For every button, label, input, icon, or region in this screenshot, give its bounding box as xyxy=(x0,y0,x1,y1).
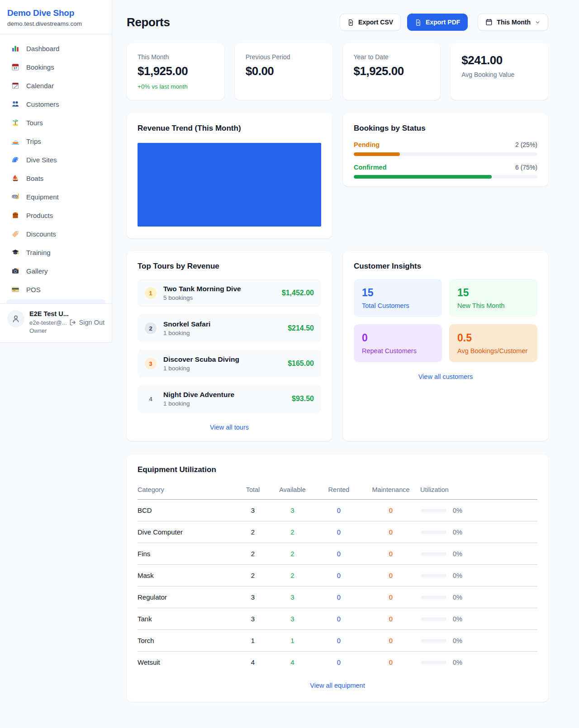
cell-maintenance: 0 xyxy=(361,565,420,586)
utilization-track xyxy=(421,661,446,664)
sidebar-item-trips[interactable]: Trips xyxy=(5,132,106,150)
stat-cards: This Month $1,925.00 +0% vs last month P… xyxy=(127,43,548,100)
sidebar-item-dive-sites[interactable]: Dive Sites xyxy=(5,151,106,168)
revenue-trend-card: Revenue Trend (This Month) xyxy=(127,113,332,238)
utilization-track xyxy=(421,574,446,577)
user-icon xyxy=(11,314,20,323)
pos-icon xyxy=(11,285,20,293)
tour-revenue: $214.50 xyxy=(288,324,314,332)
sidebar-item-label: Calendar xyxy=(26,82,54,90)
sidebar-item-pos[interactable]: POS xyxy=(5,281,106,298)
view-all-equipment-link[interactable]: View all equipment xyxy=(138,682,537,689)
trips-icon xyxy=(11,137,20,145)
svg-text:17: 17 xyxy=(14,66,17,70)
insight-value: 0.5 xyxy=(457,332,529,344)
boats-icon xyxy=(11,174,20,182)
cell-utilization: 0% xyxy=(420,630,537,652)
export-pdf-button[interactable]: Export PDF xyxy=(407,14,468,31)
cell-category: Fins xyxy=(138,543,237,565)
sidebar-item-label: Bookings xyxy=(26,63,54,71)
utilization-track xyxy=(421,639,446,643)
cell-total: 3 xyxy=(237,500,269,521)
sidebar-item-label: Gallery xyxy=(26,267,48,275)
column-header-total: Total xyxy=(237,482,269,500)
sidebar-item-label: Equipment xyxy=(26,193,59,201)
status-row-pending: Pending2 (25%) xyxy=(354,141,537,156)
cell-category: Torch xyxy=(138,630,237,652)
equipment-row: BCD33000% xyxy=(138,500,537,521)
main-content: Reports Export CSV Export PDF xyxy=(112,0,579,720)
cell-category: Mask xyxy=(138,565,237,586)
equipment-row: Mask22000% xyxy=(138,565,537,586)
cell-rented: 0 xyxy=(316,586,361,608)
equipment-icon xyxy=(11,193,20,201)
cell-maintenance: 0 xyxy=(361,543,420,565)
sidebar-item-label: Dashboard xyxy=(26,45,59,52)
card-title: Top Tours by Revenue xyxy=(138,262,321,271)
insight-label: Total Customers xyxy=(362,302,434,309)
sidebar-item-label: Tours xyxy=(26,119,43,127)
tour-name: Discover Scuba Diving xyxy=(163,355,281,364)
sidebar-item-boats[interactable]: Boats xyxy=(5,170,106,187)
sidebar-item-dashboard[interactable]: Dashboard xyxy=(5,40,106,57)
stat-card-avg-booking: $241.00 Avg Booking Value xyxy=(451,43,548,100)
insight-value: 15 xyxy=(362,287,434,299)
status-count: 6 (75%) xyxy=(515,164,537,171)
cell-utilization: 0% xyxy=(420,608,537,630)
sidebar-item-label: Training xyxy=(26,249,51,256)
cell-available: 2 xyxy=(269,565,316,586)
sidebar-item-gallery[interactable]: Gallery xyxy=(5,262,106,279)
insight-label: New This Month xyxy=(457,302,529,309)
card-title: Customer Insights xyxy=(354,262,537,271)
sidebar-item-bookings[interactable]: 17Bookings xyxy=(5,58,106,76)
cell-rented: 0 xyxy=(316,521,361,543)
card-title: Equipment Utilization xyxy=(138,465,537,474)
user-email: e2e-tester@... xyxy=(29,319,67,326)
sidebar-item-discounts[interactable]: Discounts xyxy=(5,225,106,242)
utilization-track xyxy=(421,596,446,599)
calendar-icon xyxy=(11,81,20,90)
period-dropdown[interactable]: This Month xyxy=(478,14,548,31)
stat-value: $1,925.00 xyxy=(138,64,214,78)
dive-sites-icon xyxy=(11,156,20,164)
sign-out-icon xyxy=(69,319,76,326)
gallery-icon xyxy=(11,267,20,275)
equipment-row: Tank33000% xyxy=(138,608,537,630)
utilization-percent: 0% xyxy=(453,550,462,558)
sidebar-item-label: Trips xyxy=(26,137,41,145)
utilization-percent: 0% xyxy=(453,615,462,623)
user-role: Owner xyxy=(29,327,104,334)
sidebar-item-tours[interactable]: Tours xyxy=(5,114,106,131)
cell-available: 1 xyxy=(269,630,316,652)
tour-row: 1Two Tank Morning Dive5 bookings$1,452.0… xyxy=(138,279,321,307)
cell-total: 1 xyxy=(237,630,269,652)
sign-out-button[interactable]: Sign Out xyxy=(69,319,104,326)
cell-utilization: 0% xyxy=(420,521,537,543)
brand-block: Demo Dive Shop demo.test.divestreams.com xyxy=(0,0,112,34)
sidebar-item-label: Products xyxy=(26,212,53,219)
sidebar-item-training[interactable]: Training xyxy=(5,244,106,261)
sidebar: Demo Dive Shop demo.test.divestreams.com… xyxy=(0,0,112,720)
user-name: E2E Test U... xyxy=(29,310,104,317)
sidebar-item-label: Boats xyxy=(26,175,43,182)
column-header-available: Available xyxy=(269,482,316,500)
sidebar-item-calendar[interactable]: Calendar xyxy=(5,77,106,94)
cell-rented: 0 xyxy=(316,652,361,673)
cell-category: Dive Computer xyxy=(138,521,237,543)
export-csv-button[interactable]: Export CSV xyxy=(340,14,401,31)
view-all-customers-link[interactable]: View all customers xyxy=(354,373,537,380)
avatar xyxy=(7,310,24,327)
brand-name[interactable]: Demo Dive Shop xyxy=(7,8,104,18)
stat-delta: +0% vs last month xyxy=(138,83,214,90)
sidebar-item-equipment[interactable]: Equipment xyxy=(5,188,106,205)
calendar-outline-icon xyxy=(485,19,493,26)
tours-icon xyxy=(11,118,20,127)
cell-available: 2 xyxy=(269,543,316,565)
active-nav-sliver xyxy=(6,299,105,303)
sidebar-item-products[interactable]: Products xyxy=(5,207,106,224)
cell-maintenance: 0 xyxy=(361,521,420,543)
sidebar-item-customers[interactable]: Customers xyxy=(5,95,106,113)
chevron-down-icon xyxy=(535,19,541,25)
utilization-percent: 0% xyxy=(453,572,462,579)
view-all-tours-link[interactable]: View all tours xyxy=(138,424,321,431)
